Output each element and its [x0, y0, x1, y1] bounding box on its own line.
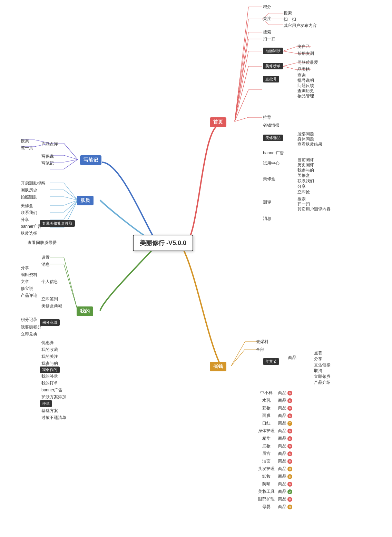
- cat-kouhong-sp: 商品: [278, 420, 286, 426]
- leaf-qubaoliao: 去爆料: [256, 339, 268, 345]
- sub-zhongcao[interactable]: 种草: [40, 400, 52, 407]
- leaf-tuijian: 推荐: [263, 115, 271, 120]
- sub-zhuanshu[interactable]: 专属美修礼盒领取: [40, 220, 75, 227]
- leaf-meixiuhe-skin: 美修盒: [21, 203, 33, 209]
- cat-zhongxiaoyang: 中小样: [256, 390, 277, 396]
- leaf-lijiqiandao: 立即签到: [41, 296, 58, 302]
- cat-mianmo-sp: 商品: [278, 413, 286, 419]
- leaf-woshoucang: 我的收藏: [41, 347, 58, 353]
- leaf-meixiuhe-sub2: 联系我们: [297, 178, 314, 184]
- sub-meibang[interactable]: 美修榜单: [263, 63, 283, 69]
- leaf-hufufangan: 护肤方案添加: [41, 394, 66, 400]
- leaf-quanbu: 全部: [256, 347, 264, 353]
- leaf-sousuo2: 搜索: [263, 29, 271, 35]
- badge-shuiru: 6: [287, 398, 292, 403]
- leaf-wobuji: 我的补录: [41, 373, 58, 379]
- badge-muying: 8: [287, 505, 292, 509]
- badge-caizhuang: 6: [287, 406, 292, 411]
- sub-meixiuxuanpin[interactable]: 美修选品: [263, 135, 283, 141]
- badge-shenti: 6: [287, 429, 292, 433]
- sub-nianhuo[interactable]: 年货节: [263, 358, 279, 365]
- cat-mianmo: 面膜: [256, 413, 277, 419]
- leaf-saoyisao1: 扫一扫: [284, 17, 296, 22]
- sub-wochuangzuo[interactable]: 我创作的: [40, 367, 60, 373]
- leaf-pinlun: 产品评论: [21, 293, 37, 299]
- cat-caizhuang: 彩妆: [256, 405, 277, 411]
- leaf-gerenxinxi: 个人信息: [41, 279, 58, 285]
- cat-jielian: 洁面: [256, 458, 277, 464]
- badge-meigong: 6: [287, 451, 292, 456]
- leaf-youhuiquan: 优惠券: [41, 340, 54, 346]
- leaf-dianzan: 点赞: [314, 350, 322, 356]
- svg-line-50: [64, 200, 78, 212]
- leaf-shiyong-label: 试用中心: [263, 160, 280, 166]
- leaf-yipipi: 统一批: [21, 145, 33, 151]
- leaf-xiaoxi-mine: 消息: [41, 262, 50, 267]
- branch-mine[interactable]: 我的: [77, 306, 93, 316]
- badge-fangshan: 6: [287, 482, 292, 487]
- leaf-jifenjilu: 积分记录: [21, 317, 37, 323]
- leaf-fenxiang-mine: 分享: [21, 265, 29, 271]
- branch-write[interactable]: 写笔记: [80, 155, 101, 165]
- cat-fangshan: 防晒: [256, 481, 277, 487]
- svg-line-56: [64, 257, 78, 311]
- leaf-banner-hp: banner广告: [263, 150, 284, 156]
- leaf-guanzhu: 关注: [263, 16, 271, 22]
- cat-meigong: 眉宫: [256, 451, 277, 457]
- leaf-lianxi-skin: 联系我们: [21, 210, 37, 216]
- sub-jifenshangcheng[interactable]: 积分商城: [40, 319, 60, 326]
- leaf-lijiduhuan: 立即兑换: [21, 331, 37, 337]
- leaf-sousuo-w: 搜索: [21, 138, 29, 144]
- leaf-celishi: 测肤历史: [21, 187, 37, 193]
- svg-line-62: [231, 349, 245, 366]
- cat-shenti: 身体护理: [256, 428, 277, 434]
- badge-kouhong: 7: [287, 421, 292, 426]
- leaf-quxiao: 取消: [314, 368, 322, 374]
- cat-meizhungjuju: 美妆工具: [256, 489, 277, 495]
- leaf-wenzhang: 文章: [21, 279, 29, 285]
- categories-list: 中小样 商品 6 水乳 商品 6 彩妆 商品 6 面膜 商品 6 口红 商品 7…: [256, 390, 292, 511]
- leaf-shezhi: 设置: [41, 255, 50, 261]
- branch-save[interactable]: 省钱: [210, 362, 226, 371]
- leaf-other-content: 其它用户发布内容: [284, 23, 317, 29]
- cat-muying: 母婴: [256, 504, 277, 510]
- branch-skin[interactable]: 肤质: [77, 196, 94, 205]
- badge-toufa: 8: [287, 467, 292, 471]
- leaf-paizhaocefu: 拍照测肤: [21, 194, 37, 200]
- leaf-cezi: 测自己: [297, 44, 310, 50]
- branch-homepage[interactable]: 首页: [210, 117, 226, 127]
- badge-jielian: 6: [287, 459, 292, 464]
- badge-mianmo: 6: [287, 413, 292, 418]
- leaf-pengyou: 帮朋友测: [297, 51, 314, 57]
- svg-line-60: [231, 342, 245, 366]
- sub-pailiang[interactable]: 拍丽测肤: [263, 48, 283, 54]
- cat-shuiru-sp: 商品: [278, 398, 286, 403]
- cat-jinghua: 精华: [256, 436, 277, 441]
- leaf-shengqianqingbao: 省钱情报: [263, 123, 280, 128]
- leaf-woyaozhuanjifen: 我要赚积分: [21, 324, 41, 330]
- sub-pizhao[interactable]: 宣批号: [263, 76, 279, 82]
- leaf-jifen: 积分: [263, 4, 271, 10]
- leaf-nianhuo-sp: 商品: [288, 355, 296, 361]
- cat-toufa: 头发护理: [256, 466, 277, 472]
- mindmap: 美丽修行 -V5.0.0 首页 积分 关注 搜索 扫一扫 其它用户发布内容 搜索…: [0, 0, 392, 537]
- leaf-pinleibang: 品类榜: [297, 67, 310, 72]
- svg-line-18: [283, 51, 297, 53]
- leaf-chanpinjieshao: 产品介绍: [314, 380, 331, 385]
- leaf-jichu: 基础方案: [41, 408, 58, 414]
- leaf-fenxiang-skin: 分享: [21, 217, 29, 223]
- leaf-xiebinji: 写笔记: [41, 160, 54, 166]
- svg-line-12: [235, 39, 248, 121]
- cat-kouhong: 口红: [256, 420, 277, 426]
- cat-jinghua-sp: 商品: [278, 436, 286, 441]
- badge-zhongxiaoyang: 6: [287, 391, 292, 396]
- badge-jinghua: 6: [287, 436, 292, 441]
- badge-xiezhuang: 8: [287, 474, 292, 479]
- cat-dizhuang: 底妆: [256, 443, 277, 449]
- svg-line-14: [235, 51, 248, 121]
- leaf-xiaoxi-hp: 消息: [263, 216, 271, 222]
- svg-line-16: [283, 47, 297, 51]
- badge-meizhungjuju: 2: [287, 489, 292, 494]
- svg-line-22: [283, 63, 297, 66]
- badge-yanjing: 6: [287, 497, 292, 502]
